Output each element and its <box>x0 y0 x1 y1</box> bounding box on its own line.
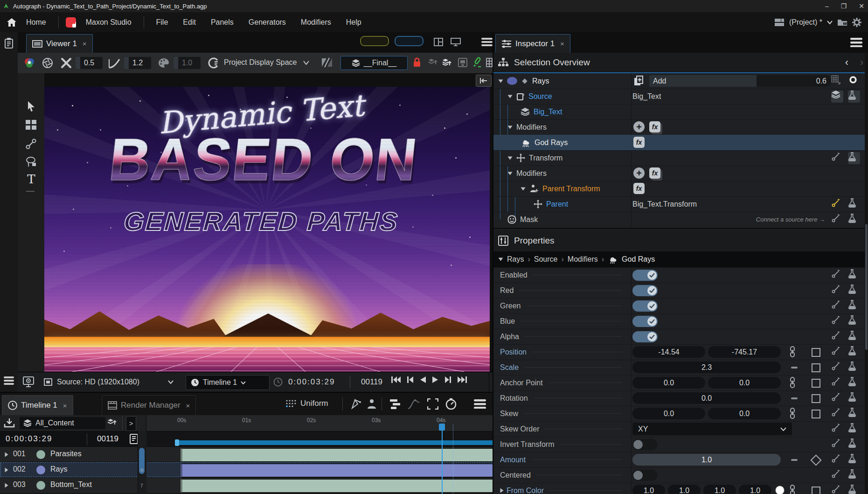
timeline-select[interactable]: Timeline 1 <box>186 375 270 390</box>
toggle-on[interactable] <box>632 285 658 296</box>
value-field-y[interactable]: 0.0 <box>708 408 781 419</box>
source-select[interactable]: Source: HD (1920x1080) <box>57 378 139 386</box>
step-back-button[interactable] <box>407 376 414 383</box>
fit-view-icon[interactable] <box>427 398 438 410</box>
content-selector[interactable]: All_Content <box>20 417 105 429</box>
tab-render-manager[interactable]: Render Manager × <box>102 395 196 415</box>
compare-split-icon[interactable] <box>321 57 333 68</box>
track-color-dot[interactable] <box>36 481 45 490</box>
select-cursor-icon[interactable] <box>25 100 37 112</box>
interpolation-mode[interactable]: Uniform <box>300 399 328 408</box>
expand-arrow-icon[interactable] <box>498 79 503 83</box>
add-modifier-button[interactable]: + <box>633 121 645 132</box>
color-channel-field[interactable]: 1.0 <box>739 485 771 494</box>
snapshot-icon[interactable] <box>458 58 467 67</box>
track-row-rays[interactable]: 002Rays <box>0 462 493 478</box>
keyframe-diamond-icon[interactable] <box>810 454 822 466</box>
viewer-canvas[interactable]: Dynamic Text BASED ON GENERATED PATHS <box>44 73 493 372</box>
expand-arrow-icon[interactable] <box>5 483 8 488</box>
separate-dimensions-icon[interactable] <box>788 362 800 374</box>
display-space-select[interactable]: Project Display Space <box>224 58 297 67</box>
separate-dimensions-icon[interactable] <box>788 392 800 404</box>
folder-icon[interactable]: 0 <box>837 18 847 26</box>
menu-item-generators[interactable]: Generators <box>243 15 292 29</box>
play-button[interactable] <box>432 376 438 383</box>
ik-joint-icon[interactable] <box>25 138 37 150</box>
exposure-icon[interactable] <box>61 57 72 69</box>
tab-close-icon[interactable]: × <box>83 40 87 48</box>
color-swatch[interactable] <box>775 486 785 494</box>
add-modifier-button[interactable]: + <box>633 167 645 179</box>
breadcrumb-item[interactable]: Rays <box>507 255 524 264</box>
gamma-curve-icon[interactable] <box>108 57 120 69</box>
tree-row-modifiers[interactable]: Modifiers+fx <box>493 119 868 135</box>
curve-editor-icon[interactable] <box>408 398 420 410</box>
layout-icon[interactable] <box>774 18 785 27</box>
stopwatch-icon[interactable] <box>445 398 457 410</box>
keyframe-box-icon[interactable] <box>810 392 822 404</box>
breadcrumb-item[interactable]: Source <box>534 255 558 264</box>
track-row-parasites[interactable]: 001Parasites <box>0 446 493 462</box>
inspector-scrollbar-thumb[interactable] <box>865 224 868 350</box>
view-layer-field[interactable]: __Final__ <box>340 56 408 70</box>
color-channel-field[interactable]: 1.0 <box>668 485 701 494</box>
expand-arrow-icon[interactable] <box>507 125 513 129</box>
opacity-value[interactable]: 0.6 <box>757 75 831 87</box>
tab-close-icon[interactable]: × <box>560 40 564 48</box>
panel-menu-icon[interactable] <box>474 399 486 409</box>
keyframe-pen-icon[interactable] <box>351 398 362 410</box>
annotate-pencil-icon[interactable] <box>472 57 482 68</box>
monitor-settings-icon[interactable] <box>22 376 35 388</box>
track-row-bottom_text[interactable]: 003Bottom_Text <box>0 477 493 493</box>
menu-item-edit[interactable]: Edit <box>177 15 201 29</box>
connect-source-hint[interactable]: Connect a source here → <box>756 212 825 227</box>
layer-up-icon[interactable] <box>428 58 437 67</box>
track-name[interactable]: Bottom_Text <box>50 480 92 489</box>
layer-up-all-icon[interactable] <box>442 58 451 67</box>
tree-row-big_text[interactable]: Big_Text <box>493 104 868 120</box>
home-icon[interactable] <box>7 18 17 27</box>
tree-row-god-rays[interactable]: God Raysfx <box>493 135 868 151</box>
lasso-tag-icon[interactable] <box>25 155 37 167</box>
clipboard-icon[interactable] <box>4 38 14 49</box>
dock-panel-button[interactable] <box>476 75 492 87</box>
track-clip-bar[interactable] <box>181 464 495 477</box>
expand-arrow-icon[interactable] <box>507 95 513 98</box>
breadcrumb-item[interactable]: Modifiers <box>568 255 598 264</box>
tab-inspector-1[interactable]: Inspector 1 × <box>495 34 570 53</box>
keyframe-box-icon[interactable] <box>810 377 822 389</box>
expand-arrow-icon[interactable] <box>507 156 513 160</box>
menu-item-modifiers[interactable]: Modifiers <box>295 15 337 29</box>
uniform-dots-icon[interactable] <box>285 399 297 409</box>
hamburger-menu-icon[interactable] <box>4 376 14 385</box>
color-channels-icon[interactable] <box>23 57 35 69</box>
gain-value[interactable]: 1.0 <box>174 57 201 69</box>
toggle-on[interactable] <box>632 316 658 327</box>
track-color-dot[interactable] <box>36 450 45 459</box>
menu-item-home[interactable]: Home <box>21 15 52 29</box>
close-button[interactable]: ✕ <box>859 2 864 10</box>
layout-grid-icon[interactable] <box>25 119 37 131</box>
panel-menu-icon[interactable] <box>850 38 862 47</box>
display-monitor-icon[interactable] <box>451 38 461 46</box>
expand-arrow-icon[interactable] <box>507 172 513 175</box>
fx-icon[interactable]: fx <box>633 183 645 194</box>
fx-stack-icon[interactable]: fx <box>649 167 660 179</box>
value-field[interactable]: 1.0 <box>632 454 781 466</box>
tree-row-mask[interactable]: MaskConnect a source here → <box>493 212 868 228</box>
ocio-icon[interactable] <box>208 57 219 69</box>
skip-end-button[interactable] <box>457 376 467 383</box>
menu-item-panels[interactable]: Panels <box>205 15 239 29</box>
menu-item-help[interactable]: Help <box>340 15 367 29</box>
track-gutter-icon[interactable]: 7 <box>140 483 143 488</box>
expand-arrow-icon[interactable] <box>521 187 526 191</box>
project-menu[interactable]: (Project) * <box>789 18 822 27</box>
color-channel-field[interactable]: 1.0 <box>632 485 665 494</box>
tree-row-rays[interactable]: RaysAdd0.6 <box>493 73 868 89</box>
keyframe-box-icon[interactable] <box>810 485 822 494</box>
track-gutter-icon[interactable]: ≣ <box>140 467 144 473</box>
track-clip-bar[interactable] <box>181 448 495 462</box>
value-field-y[interactable]: 0.0 <box>708 377 781 389</box>
tree-row-modifiers[interactable]: Modifiers+fx <box>493 166 868 181</box>
settings-gear-icon[interactable] <box>852 18 861 27</box>
